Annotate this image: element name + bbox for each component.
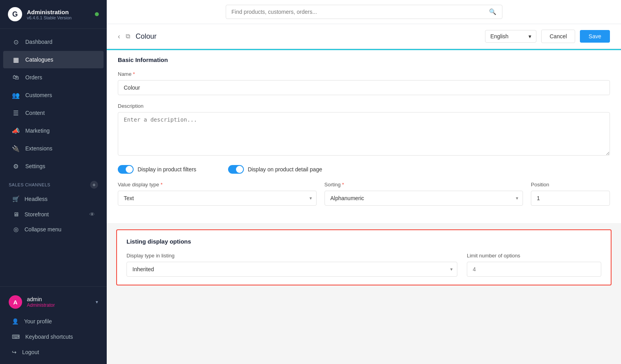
toggle-filters-label: Display in product filters [138, 166, 196, 173]
sidebar-item-label: Content [25, 110, 45, 116]
listing-form-row: Display type in listing Inherited List G… [126, 253, 601, 277]
description-label: Description [118, 103, 610, 109]
sidebar-item-content[interactable]: ☰ Content [3, 104, 104, 122]
sorting-col: Sorting * Alphanumeric Numeric Manual ▾ [325, 182, 523, 206]
user-role: Administrator [27, 302, 91, 308]
add-sales-channel-button[interactable]: + [90, 181, 98, 189]
listing-display-section: Listing display options Display type in … [116, 229, 612, 285]
position-input[interactable] [531, 191, 610, 206]
section-header: Basic Information [107, 49, 621, 63]
name-field-group: Name * [118, 71, 610, 95]
page-header: ‹ ⧉ Colour English ▾ Cancel Save [107, 24, 621, 49]
toggle-detail-label: Display on product detail page [248, 166, 322, 173]
topbar: 🔍 [107, 0, 621, 24]
name-input[interactable] [118, 80, 610, 95]
settings-icon: ⚙ [12, 162, 20, 170]
sidebar-item-catalogues[interactable]: ▦ Catalogues [3, 51, 104, 68]
brand-name: Administration [27, 9, 72, 15]
back-button[interactable]: ‹ [118, 32, 120, 41]
customers-icon: 👥 [12, 91, 20, 99]
position-col: Position [531, 182, 610, 206]
headless-icon: 🛒 [12, 195, 20, 203]
sorting-select[interactable]: Alphanumeric Numeric Manual [325, 191, 523, 206]
sidebar-item-label: Extensions [25, 145, 52, 152]
toggle-product-detail: Display on product detail page [228, 165, 322, 174]
sidebar-item-label: Settings [25, 163, 45, 169]
display-on-detail-toggle[interactable] [228, 165, 244, 174]
chevron-down-icon: ▾ [96, 299, 98, 305]
value-display-type-wrapper: Text Color Image ▾ [118, 191, 317, 206]
cancel-button[interactable]: Cancel [541, 30, 575, 43]
sidebar-item-customers[interactable]: 👥 Customers [3, 86, 104, 104]
display-in-filters-toggle[interactable] [118, 165, 134, 174]
name-label: Name * [118, 71, 610, 77]
sidebar-nav: ⊙ Dashboard ▦ Catalogues 🛍 Orders 👥 Cust… [0, 29, 107, 286]
sidebar-item-label: Customers [25, 92, 52, 98]
logout-item[interactable]: ↪ Logout [3, 345, 104, 360]
content-area: Basic Information Name * Description [107, 49, 621, 364]
storefront-icon: 🖥 [12, 211, 20, 218]
sidebar-item-label: Catalogues [25, 56, 53, 63]
sorting-wrapper: Alphanumeric Numeric Manual ▾ [325, 191, 523, 206]
form-body: Name * Description Display in product fi… [107, 63, 621, 214]
sidebar-item-label: Marketing [25, 128, 49, 134]
value-display-type-label: Value display type * [118, 182, 317, 188]
online-indicator [95, 12, 99, 16]
display-type-in-listing-select[interactable]: Inherited List Grid [126, 262, 457, 277]
profile-icon: 👤 [12, 318, 19, 325]
brand-version: v6.4.6.1 Stable Version [27, 15, 72, 20]
sidebar-logo: G [8, 7, 22, 21]
sidebar-item-collapse[interactable]: ◎ Collapse menu [3, 222, 104, 237]
your-profile-item[interactable]: 👤 Your profile [3, 314, 104, 329]
sidebar-item-marketing[interactable]: 📣 Marketing [3, 122, 104, 139]
sidebar-header: G Administration v6.4.6.1 Stable Version [0, 0, 107, 29]
toggles-row: Display in product filters Display on pr… [118, 165, 610, 174]
limit-options-label: Limit number of options [467, 253, 601, 259]
search-box[interactable]: 🔍 [226, 5, 502, 19]
sidebar-brand: Administration v6.4.6.1 Stable Version [27, 9, 72, 20]
search-input[interactable] [232, 9, 486, 15]
collapse-icon: ◎ [12, 226, 20, 233]
value-display-type-select[interactable]: Text Color Image [118, 191, 317, 206]
listing-section-title: Listing display options [126, 238, 601, 245]
sidebar-item-label: Orders [25, 74, 42, 81]
logout-icon: ↪ [12, 349, 17, 355]
eye-icon[interactable]: 👁 [89, 211, 95, 218]
marketing-icon: 📣 [12, 127, 20, 135]
language-selector[interactable]: English ▾ [485, 30, 536, 43]
header-actions: English ▾ Cancel Save [485, 30, 610, 43]
main-area: 🔍 ‹ ⧉ Colour English ▾ Cancel Save Basic… [107, 0, 621, 364]
page-title: Colour [136, 32, 157, 41]
basic-info-section: Basic Information Name * Description [107, 49, 621, 223]
chevron-down-icon: ▾ [529, 33, 531, 39]
keyboard-icon: ⌨ [12, 334, 20, 340]
description-textarea[interactable] [118, 112, 610, 156]
limit-options-input[interactable] [467, 262, 601, 277]
sidebar-item-headless[interactable]: 🛒 Headless [3, 191, 104, 206]
description-field-group: Description [118, 103, 610, 157]
position-label: Position [531, 182, 610, 188]
catalogues-icon: ▦ [12, 56, 20, 64]
content-icon: ☰ [12, 109, 20, 117]
sidebar-item-settings[interactable]: ⚙ Settings [3, 158, 104, 175]
sidebar-item-extensions[interactable]: 🔌 Extensions [3, 140, 104, 157]
sidebar-bottom: A admin Administrator ▾ 👤 Your profile ⌨… [0, 286, 107, 364]
save-button[interactable]: Save [580, 30, 610, 43]
value-display-type-col: Value display type * Text Color Image ▾ [118, 182, 317, 206]
sorting-label: Sorting * [325, 182, 523, 188]
copy-button[interactable]: ⧉ [126, 33, 130, 40]
limit-options-col: Limit number of options [467, 253, 601, 277]
sidebar: G Administration v6.4.6.1 Stable Version… [0, 0, 107, 364]
sidebar-item-label: Dashboard [25, 39, 53, 45]
display-type-in-listing-label: Display type in listing [126, 253, 457, 259]
sidebar-item-orders[interactable]: 🛍 Orders [3, 69, 104, 86]
keyboard-shortcuts-item[interactable]: ⌨ Keyboard shortcuts [3, 329, 104, 344]
sidebar-item-dashboard[interactable]: ⊙ Dashboard [3, 33, 104, 51]
sales-channels-section: Sales Channels + [0, 175, 107, 191]
dashboard-icon: ⊙ [12, 38, 20, 46]
search-icon: 🔍 [489, 8, 496, 15]
avatar: A [9, 295, 22, 309]
user-info: admin Administrator [27, 296, 91, 308]
sidebar-item-storefront[interactable]: 🖥 Storefront 👁 [3, 207, 104, 221]
user-section[interactable]: A admin Administrator ▾ [0, 291, 107, 313]
